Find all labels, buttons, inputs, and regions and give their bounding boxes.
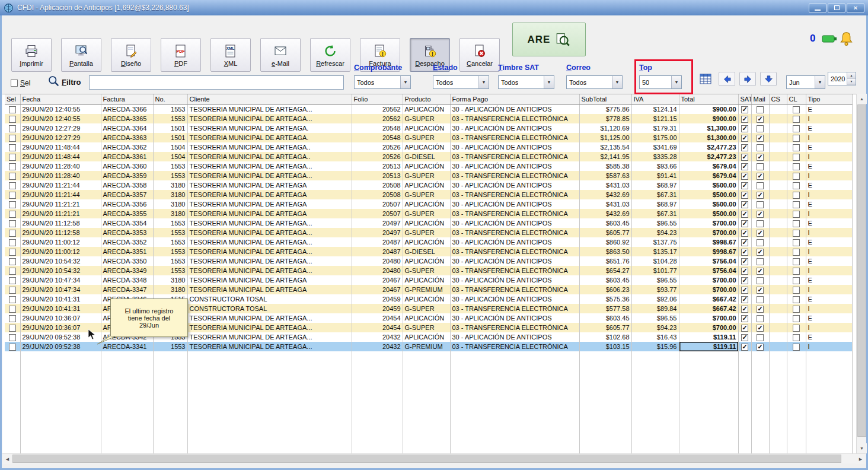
cell-fecha[interactable]: 29/JUN/20 11:28:40 xyxy=(20,161,101,171)
sat-checkbox[interactable] xyxy=(741,258,748,265)
column-header-total[interactable]: Total xyxy=(679,94,738,104)
toolbar-button-pantalla[interactable]: Pantalla xyxy=(61,38,101,72)
cell-iva[interactable]: $341.69 xyxy=(631,142,679,152)
cell-fecha[interactable]: 29/JUN/20 11:21:21 xyxy=(20,209,101,218)
cell-select[interactable] xyxy=(5,275,20,285)
sel-checkbox-box[interactable] xyxy=(11,80,18,87)
column-header-producto[interactable]: Producto xyxy=(403,94,450,104)
row-select-checkbox[interactable] xyxy=(9,277,16,284)
column-header-sat[interactable]: SAT xyxy=(738,94,751,104)
cell-cliente[interactable]: TESORERIA MUNICIPAL DE ARTEAGA. xyxy=(187,123,352,133)
cell-mail[interactable] xyxy=(751,304,769,313)
prev-button[interactable] xyxy=(719,72,735,86)
cell-cl[interactable] xyxy=(787,285,806,294)
cell-tipo[interactable]: I xyxy=(806,133,852,142)
row-select-checkbox[interactable] xyxy=(9,211,16,218)
cell-iva[interactable]: $91.41 xyxy=(631,171,679,180)
cell-folio[interactable]: 20513 xyxy=(352,171,403,180)
cell-total[interactable]: $2,477.23 xyxy=(679,142,738,152)
cell-cs[interactable] xyxy=(769,152,787,161)
cell-folio[interactable]: 20513 xyxy=(352,161,403,171)
cl-checkbox[interactable] xyxy=(793,287,800,294)
cell-cliente[interactable]: TESORERIA MUNICIPAL DE ARTEAGA... xyxy=(187,114,352,123)
cell-forma-pago[interactable]: 30 - APLICACIÓN DE ANTICIPOS xyxy=(450,199,579,209)
cell-cl[interactable] xyxy=(787,304,806,313)
cell-producto[interactable]: APLICACIÓN xyxy=(403,332,450,342)
cell-cliente[interactable]: TESORERIA MUNICIPAL DE ARTEAGA.. xyxy=(187,152,352,161)
row-select-checkbox[interactable] xyxy=(9,106,16,113)
cell-forma-pago[interactable]: 30 - APLICACIÓN DE ANTICIPOS xyxy=(450,123,579,133)
sat-checkbox[interactable] xyxy=(741,201,748,208)
cell-sat[interactable] xyxy=(738,114,751,123)
cell-mail[interactable] xyxy=(751,218,769,228)
cl-checkbox[interactable] xyxy=(793,315,800,322)
table-row[interactable]: 29/JUN/20 12:40:55ARECDA-33661553TESORER… xyxy=(5,104,852,114)
cell-folio[interactable]: 20548 xyxy=(352,133,403,142)
cell-cl[interactable] xyxy=(787,228,806,237)
cell-sat[interactable] xyxy=(738,104,751,114)
cell-cl[interactable] xyxy=(787,342,806,351)
cell-cs[interactable] xyxy=(769,256,787,266)
cell-iva[interactable]: $15.96 xyxy=(631,342,679,351)
cell-select[interactable] xyxy=(5,133,20,142)
cell-fecha[interactable]: 29/JUN/20 11:21:44 xyxy=(20,180,101,190)
mail-checkbox[interactable] xyxy=(757,135,764,142)
cell-producto[interactable]: G-SUPER xyxy=(403,171,450,180)
cell-fecha[interactable]: 29/JUN/20 10:36:07 xyxy=(20,313,101,323)
column-header-factura[interactable]: Factura xyxy=(101,94,153,104)
sat-checkbox[interactable] xyxy=(741,154,748,161)
cell-cs[interactable] xyxy=(769,104,787,114)
mail-checkbox[interactable] xyxy=(757,230,764,237)
cell-producto[interactable]: G-SUPER xyxy=(403,323,450,332)
cl-checkbox[interactable] xyxy=(793,230,800,237)
toolbar-button-cancelar[interactable]: Cancelar xyxy=(459,38,500,72)
cell-fecha[interactable]: 29/JUN/20 11:00:12 xyxy=(20,237,101,247)
cell-factura[interactable]: ARECDA-3356 xyxy=(101,199,153,209)
cell-forma-pago[interactable]: 30 - APLICACIÓN DE ANTICIPOS xyxy=(450,256,579,266)
cell-folio[interactable]: 20487 xyxy=(352,247,403,256)
cell-mail[interactable] xyxy=(751,342,769,351)
cell-tipo[interactable]: E xyxy=(806,313,852,323)
cell-folio[interactable]: 20454 xyxy=(352,323,403,332)
cell-folio[interactable]: 20459 xyxy=(352,294,403,304)
cell-no[interactable]: 1553 xyxy=(153,218,187,228)
cell-producto[interactable]: G-SUPER xyxy=(403,114,450,123)
cell-cs[interactable] xyxy=(769,237,787,247)
cell-no[interactable]: 1553 xyxy=(153,266,187,275)
cl-checkbox[interactable] xyxy=(793,135,800,142)
cell-forma-pago[interactable]: 30 - APLICACIÓN DE ANTICIPOS xyxy=(450,161,579,171)
cell-sat[interactable] xyxy=(738,123,751,133)
cell-forma-pago[interactable]: 03 - TRANSFERENCIA ELECTRÓNICA xyxy=(450,133,579,142)
cell-forma-pago[interactable]: 03 - TRANSFERENCIA ELECTRÓNICA xyxy=(450,152,579,161)
cell-iva[interactable]: $93.66 xyxy=(631,161,679,171)
cell-sat[interactable] xyxy=(738,332,751,342)
cell-no[interactable]: 1553 xyxy=(153,228,187,237)
mail-checkbox[interactable] xyxy=(757,163,764,170)
cell-cs[interactable] xyxy=(769,228,787,237)
cell-sat[interactable] xyxy=(738,256,751,266)
cell-sat[interactable] xyxy=(738,237,751,247)
mail-checkbox[interactable] xyxy=(757,277,764,284)
cell-cl[interactable] xyxy=(787,313,806,323)
cell-sat[interactable] xyxy=(738,247,751,256)
cell-folio[interactable]: 20562 xyxy=(352,104,403,114)
cell-total[interactable]: $700.00 xyxy=(679,323,738,332)
cell-cl[interactable] xyxy=(787,142,806,152)
row-select-checkbox[interactable] xyxy=(9,334,16,341)
cell-cliente[interactable]: TESORERIA MUNICIPAL DE ARTEAGA... xyxy=(187,323,352,332)
cell-tipo[interactable]: E xyxy=(806,180,852,190)
cell-no[interactable]: 1553 xyxy=(153,247,187,256)
table-row[interactable]: 29/JUN/20 10:54:32ARECDA-33491553TESORER… xyxy=(5,266,852,275)
table-row[interactable]: 29/JUN/20 09:52:38ARECDA-33411553TESORER… xyxy=(5,342,852,351)
mail-checkbox[interactable] xyxy=(757,192,764,199)
table-row[interactable]: 29/JUN/20 11:21:21ARECDA-33553180TESORER… xyxy=(5,209,852,218)
cell-producto[interactable]: G-SUPER xyxy=(403,209,450,218)
cl-checkbox[interactable] xyxy=(793,163,800,170)
cell-mail[interactable] xyxy=(751,228,769,237)
cell-folio[interactable]: 20480 xyxy=(352,256,403,266)
cell-cs[interactable] xyxy=(769,266,787,275)
cell-total[interactable]: $667.42 xyxy=(679,304,738,313)
cell-iva[interactable]: $175.00 xyxy=(631,133,679,142)
cl-checkbox[interactable] xyxy=(793,249,800,256)
cell-folio[interactable]: 20487 xyxy=(352,237,403,247)
